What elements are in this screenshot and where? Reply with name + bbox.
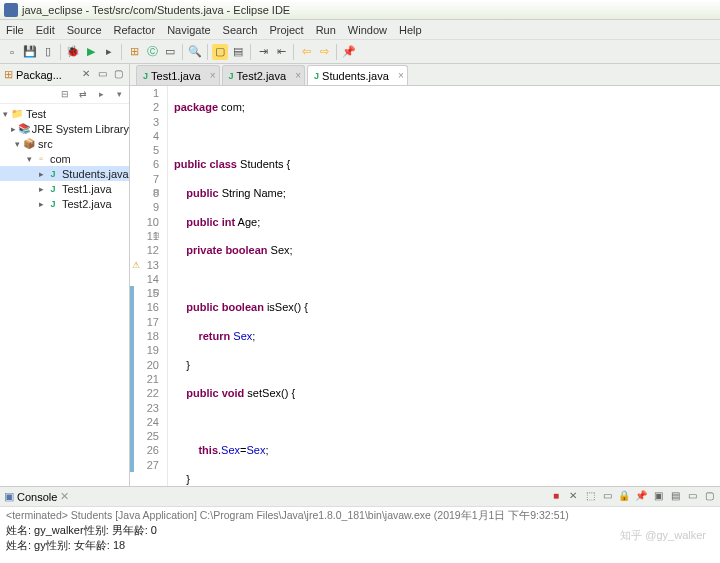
console-title: Console — [17, 491, 57, 503]
annotation-icon[interactable]: ▤ — [230, 44, 246, 60]
separator — [336, 44, 337, 60]
menu-run[interactable]: Run — [316, 24, 336, 36]
maximize-console-icon[interactable]: ▢ — [702, 490, 716, 504]
tree-package[interactable]: ▾com — [0, 151, 129, 166]
close-view-icon[interactable]: ✕ — [79, 68, 93, 82]
remove-all-icon[interactable]: ⬚ — [583, 490, 597, 504]
package-explorer: ⊞ Packag... ✕ ▭ ▢ ⊟ ⇄ ▸ ▾ ▾Test ▸JRE Sys… — [0, 64, 130, 486]
menu-help[interactable]: Help — [399, 24, 422, 36]
close-icon[interactable]: × — [398, 70, 404, 81]
java-file-icon: J — [143, 71, 148, 81]
menu-window[interactable]: Window — [348, 24, 387, 36]
new-icon[interactable]: ▫ — [4, 44, 20, 60]
tab-test2[interactable]: JTest2.java× — [222, 65, 306, 85]
new-package-icon[interactable]: ⊞ — [126, 44, 142, 60]
toolbar: ▫ 💾 ▯ 🐞 ▶ ▸ ⊞ Ⓒ ▭ 🔍 ▢ ▤ ⇥ ⇤ ⇦ ⇨ 📌 — [0, 40, 720, 64]
separator — [250, 44, 251, 60]
package-explorer-toolbar: ⊟ ⇄ ▸ ▾ — [0, 86, 129, 104]
project-tree[interactable]: ▾Test ▸JRE System Library ▾src ▾com ▸Stu… — [0, 104, 129, 486]
package-explorer-title: Packag... — [16, 69, 77, 81]
run-icon[interactable]: ▶ — [83, 44, 99, 60]
editor-area: JTest1.java× JTest2.java× JStudents.java… — [130, 64, 720, 486]
pin-console-icon[interactable]: 📌 — [634, 490, 648, 504]
main-area: ⊞ Packag... ✕ ▭ ▢ ⊟ ⇄ ▸ ▾ ▾Test ▸JRE Sys… — [0, 64, 720, 486]
search-icon[interactable]: 🔍 — [187, 44, 203, 60]
package-icon: ⊞ — [4, 68, 13, 81]
minimize-console-icon[interactable]: ▭ — [685, 490, 699, 504]
separator — [60, 44, 61, 60]
link-editor-icon[interactable]: ⇄ — [77, 89, 89, 101]
collapse-all-icon[interactable]: ⊟ — [59, 89, 71, 101]
console-icon: ▣ — [4, 490, 14, 503]
separator — [182, 44, 183, 60]
editor-tabs: JTest1.java× JTest2.java× JStudents.java… — [130, 64, 720, 86]
console-output[interactable]: <terminated> Students [Java Application]… — [0, 507, 720, 563]
open-console-icon[interactable]: ▤ — [668, 490, 682, 504]
back-icon[interactable]: ⇦ — [298, 44, 314, 60]
tab-test1[interactable]: JTest1.java× — [136, 65, 220, 85]
menu-project[interactable]: Project — [269, 24, 303, 36]
console-close-icon[interactable]: ✕ — [60, 490, 69, 503]
menu-refactor[interactable]: Refactor — [114, 24, 156, 36]
view-menu-icon[interactable]: ▾ — [113, 89, 125, 101]
display-selected-icon[interactable]: ▣ — [651, 490, 665, 504]
tree-file-test2[interactable]: ▸Test2.java — [0, 196, 129, 211]
focus-icon[interactable]: ▸ — [95, 89, 107, 101]
code-content[interactable]: package com; public class Students { pub… — [168, 86, 720, 486]
terminate-icon[interactable]: ■ — [549, 490, 563, 504]
window-title-bar: java_eclipse - Test/src/com/Students.jav… — [0, 0, 720, 20]
java-file-icon: J — [314, 71, 319, 81]
clear-console-icon[interactable]: ▭ — [600, 490, 614, 504]
scroll-lock-icon[interactable]: 🔒 — [617, 490, 631, 504]
tree-file-test1[interactable]: ▸Test1.java — [0, 181, 129, 196]
console-panel: ▣Console ✕ ■ ✕ ⬚ ▭ 🔒 📌 ▣ ▤ ▭ ▢ <terminat… — [0, 486, 720, 563]
console-terminated-line: <terminated> Students [Java Application]… — [6, 509, 714, 523]
minimize-icon[interactable]: ▭ — [95, 68, 109, 82]
watermark: 知乎 @gy_walker — [620, 528, 706, 543]
remove-launch-icon[interactable]: ✕ — [566, 490, 580, 504]
tree-jre[interactable]: ▸JRE System Library — [0, 121, 129, 136]
menu-edit[interactable]: Edit — [36, 24, 55, 36]
tree-project[interactable]: ▾Test — [0, 106, 129, 121]
window-title: java_eclipse - Test/src/com/Students.jav… — [22, 4, 290, 16]
package-explorer-header: ⊞ Packag... ✕ ▭ ▢ — [0, 64, 129, 86]
next-annotation-icon[interactable]: ⇥ — [255, 44, 271, 60]
forward-icon[interactable]: ⇨ — [316, 44, 332, 60]
toggle-mark-icon[interactable]: ▢ — [212, 44, 228, 60]
menu-bar: File Edit Source Refactor Navigate Searc… — [0, 20, 720, 40]
menu-navigate[interactable]: Navigate — [167, 24, 210, 36]
tree-file-students[interactable]: ▸Students.java — [0, 166, 129, 181]
separator — [121, 44, 122, 60]
line-gutter: 1234567 8⊟910 11⊟12 ⚠1314 15⊟ 1617181920… — [130, 86, 168, 486]
menu-file[interactable]: File — [6, 24, 24, 36]
pin-icon[interactable]: 📌 — [341, 44, 357, 60]
menu-source[interactable]: Source — [67, 24, 102, 36]
new-class-icon[interactable]: Ⓒ — [144, 44, 160, 60]
close-icon[interactable]: × — [295, 70, 301, 81]
console-header: ▣Console ✕ ■ ✕ ⬚ ▭ 🔒 📌 ▣ ▤ ▭ ▢ — [0, 487, 720, 507]
eclipse-icon — [4, 3, 18, 17]
menu-search[interactable]: Search — [223, 24, 258, 36]
console-line: 姓名: gy_walker性别: 男年龄: 0 — [6, 523, 714, 538]
separator — [293, 44, 294, 60]
maximize-icon[interactable]: ▢ — [111, 68, 125, 82]
java-file-icon: J — [229, 71, 234, 81]
tree-src[interactable]: ▾src — [0, 136, 129, 151]
save-icon[interactable]: 💾 — [22, 44, 38, 60]
open-type-icon[interactable]: ▭ — [162, 44, 178, 60]
save-all-icon[interactable]: ▯ — [40, 44, 56, 60]
close-icon[interactable]: × — [210, 70, 216, 81]
console-line: 姓名: gy性别: 女年龄: 18 — [6, 538, 714, 553]
coverage-icon[interactable]: ▸ — [101, 44, 117, 60]
prev-annotation-icon[interactable]: ⇤ — [273, 44, 289, 60]
separator — [207, 44, 208, 60]
debug-icon[interactable]: 🐞 — [65, 44, 81, 60]
code-editor[interactable]: 1234567 8⊟910 11⊟12 ⚠1314 15⊟ 1617181920… — [130, 86, 720, 486]
tab-students[interactable]: JStudents.java× — [307, 65, 408, 85]
